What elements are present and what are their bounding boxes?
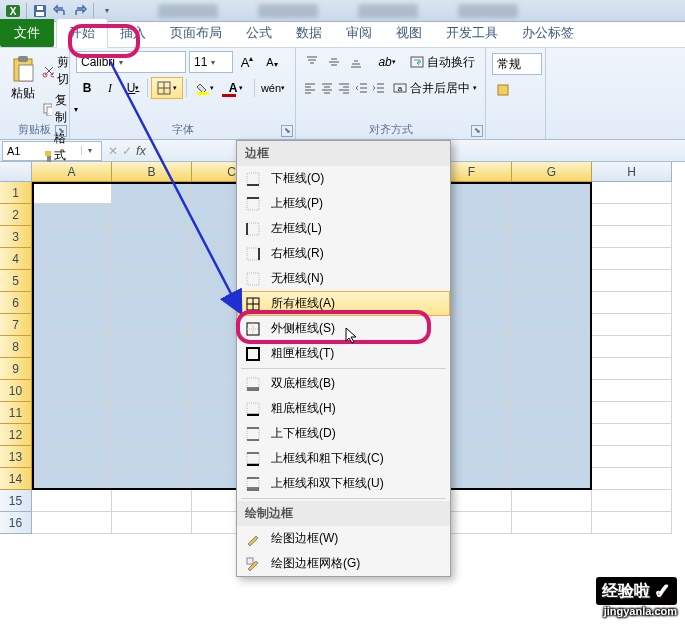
row-header-9[interactable]: 9 — [0, 358, 32, 380]
cell[interactable] — [512, 446, 592, 468]
cell[interactable] — [592, 380, 672, 402]
cell[interactable] — [592, 424, 672, 446]
enter-icon[interactable]: ✓ — [122, 144, 132, 158]
border-menu-item[interactable]: 绘图边框(W) — [237, 526, 450, 551]
align-center-button[interactable] — [319, 77, 335, 99]
cell[interactable] — [112, 490, 192, 512]
row-header-14[interactable]: 14 — [0, 468, 32, 490]
border-menu-item[interactable]: 上框线(P) — [237, 191, 450, 216]
cell[interactable] — [592, 402, 672, 424]
clipboard-dialog-launcher[interactable]: ⬊ — [55, 125, 67, 137]
fx-icon[interactable]: fx — [136, 143, 146, 158]
cell[interactable] — [112, 270, 192, 292]
row-header-15[interactable]: 15 — [0, 490, 32, 512]
border-menu-item[interactable]: 粗匣框线(T) — [237, 341, 450, 366]
tab-dev[interactable]: 开发工具 — [434, 19, 510, 47]
decrease-indent-button[interactable] — [354, 77, 370, 99]
cell[interactable] — [112, 468, 192, 490]
grow-font-button[interactable]: A▴ — [236, 51, 258, 73]
tab-view[interactable]: 视图 — [384, 19, 434, 47]
border-menu-item[interactable]: 绘图边框网格(G) — [237, 551, 450, 576]
cell[interactable] — [112, 314, 192, 336]
row-header-16[interactable]: 16 — [0, 512, 32, 534]
orientation-button[interactable]: ab▾ — [374, 51, 400, 73]
tab-insert[interactable]: 插入 — [108, 19, 158, 47]
phonetic-button[interactable]: wén▾ — [258, 77, 288, 99]
font-size-combo[interactable]: 11▾ — [189, 51, 233, 73]
cell[interactable] — [512, 314, 592, 336]
cell[interactable] — [32, 402, 112, 424]
row-header-11[interactable]: 11 — [0, 402, 32, 424]
cell[interactable] — [592, 204, 672, 226]
paste-button[interactable]: 粘贴 — [6, 51, 40, 106]
cell[interactable] — [112, 292, 192, 314]
shrink-font-button[interactable]: A▾ — [261, 51, 283, 73]
cell[interactable] — [592, 226, 672, 248]
italic-button[interactable]: I — [99, 77, 121, 99]
cell[interactable] — [592, 446, 672, 468]
select-all-corner[interactable] — [0, 162, 32, 182]
qat-more-icon[interactable]: ▾ — [98, 2, 116, 20]
number-format-combo[interactable]: 常规 — [492, 53, 542, 75]
font-name-combo[interactable]: Calibri▾ — [76, 51, 186, 73]
undo-icon[interactable] — [51, 2, 69, 20]
border-menu-item[interactable]: 双底框线(B) — [237, 371, 450, 396]
align-right-button[interactable] — [336, 77, 352, 99]
row-header-13[interactable]: 13 — [0, 446, 32, 468]
col-header-B[interactable]: B — [112, 162, 192, 182]
align-top-button[interactable] — [302, 51, 323, 73]
row-header-6[interactable]: 6 — [0, 292, 32, 314]
border-menu-item[interactable]: 粗底框线(H) — [237, 396, 450, 421]
tab-data[interactable]: 数据 — [284, 19, 334, 47]
cell[interactable] — [512, 380, 592, 402]
row-header-2[interactable]: 2 — [0, 204, 32, 226]
border-menu-item[interactable]: 无框线(N) — [237, 266, 450, 291]
cell[interactable] — [112, 512, 192, 534]
cell[interactable] — [32, 358, 112, 380]
font-color-button[interactable]: A▾ — [221, 77, 251, 99]
tab-office[interactable]: 办公标签 — [510, 19, 586, 47]
cell[interactable] — [32, 292, 112, 314]
cell[interactable] — [512, 402, 592, 424]
cell[interactable] — [512, 248, 592, 270]
border-menu-item[interactable]: 上框线和粗下框线(C) — [237, 446, 450, 471]
cell[interactable] — [32, 446, 112, 468]
cell[interactable] — [32, 248, 112, 270]
tab-review[interactable]: 审阅 — [334, 19, 384, 47]
fill-color-button[interactable]: ▾ — [190, 77, 220, 99]
cell[interactable] — [32, 512, 112, 534]
cell[interactable] — [112, 182, 192, 204]
border-menu-item[interactable]: 下框线(O) — [237, 166, 450, 191]
border-button[interactable]: ▾ — [151, 77, 183, 99]
wrap-text-button[interactable]: 自动换行 — [406, 52, 479, 73]
cell[interactable] — [592, 490, 672, 512]
cell[interactable] — [112, 226, 192, 248]
cell[interactable] — [32, 226, 112, 248]
cell[interactable] — [32, 182, 112, 204]
border-menu-item[interactable]: 左框线(L) — [237, 216, 450, 241]
cell[interactable] — [592, 468, 672, 490]
tab-layout[interactable]: 页面布局 — [158, 19, 234, 47]
font-dialog-launcher[interactable]: ⬊ — [281, 125, 293, 137]
cell[interactable] — [112, 204, 192, 226]
increase-indent-button[interactable] — [371, 77, 387, 99]
border-menu-item[interactable]: 上框线和双下框线(U) — [237, 471, 450, 496]
row-header-3[interactable]: 3 — [0, 226, 32, 248]
border-menu-item[interactable]: 右框线(R) — [237, 241, 450, 266]
align-bottom-button[interactable] — [346, 51, 367, 73]
cell[interactable] — [512, 512, 592, 534]
underline-button[interactable]: U▾ — [122, 77, 144, 99]
cell[interactable] — [592, 314, 672, 336]
cell[interactable] — [512, 182, 592, 204]
row-header-8[interactable]: 8 — [0, 336, 32, 358]
cell[interactable] — [512, 204, 592, 226]
cell[interactable] — [592, 182, 672, 204]
cell[interactable] — [32, 380, 112, 402]
tab-formulas[interactable]: 公式 — [234, 19, 284, 47]
cancel-icon[interactable]: ✕ — [108, 144, 118, 158]
cell[interactable] — [32, 336, 112, 358]
cell[interactable] — [512, 358, 592, 380]
align-left-button[interactable] — [302, 77, 318, 99]
cell[interactable] — [112, 358, 192, 380]
bold-button[interactable]: B — [76, 77, 98, 99]
